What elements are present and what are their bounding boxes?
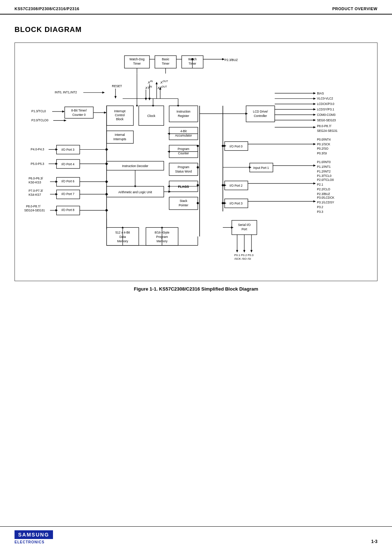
- svg-marker-20: [102, 92, 105, 94]
- svg-point-244: [197, 184, 199, 186]
- page-footer: SAMSUNG ELECTRONICS 1-3: [0, 526, 392, 544]
- svg-text:Serial I/O: Serial I/O: [238, 223, 251, 227]
- svg-text:Control: Control: [115, 113, 125, 117]
- svg-marker-171: [313, 165, 316, 167]
- svg-text:Counter: Counter: [178, 151, 189, 155]
- svg-text:Interrupt: Interrupt: [114, 109, 126, 113]
- svg-point-245: [197, 202, 199, 204]
- svg-text:X: X: [160, 80, 163, 84]
- svg-marker-148: [313, 108, 316, 110]
- svg-text:/SCK   /SO    /SI: /SCK /SO /SI: [234, 257, 251, 260]
- svg-text:LCDCK/P3.0: LCDCK/P3.0: [317, 102, 334, 106]
- svg-text:IN: IN: [150, 85, 152, 88]
- svg-point-243: [197, 166, 199, 169]
- header-right: PRODUCT OVERVIEW: [332, 7, 377, 11]
- samsung-logo: SAMSUNG ELECTRONICS: [15, 530, 53, 544]
- svg-text:P0.0/INT4: P0.0/INT4: [317, 138, 331, 141]
- svg-text:Port: Port: [241, 227, 247, 231]
- svg-text:P3.3: P3.3: [317, 210, 323, 214]
- svg-text:I/O Port 2: I/O Port 2: [230, 184, 243, 187]
- svg-text:P3.0/LCDCK: P3.0/LCDCK: [317, 196, 334, 200]
- svg-text:COM0-COM3: COM0-COM3: [317, 113, 335, 117]
- svg-marker-63: [136, 105, 138, 107]
- svg-text:Interrupts: Interrupts: [113, 137, 126, 141]
- svg-text:P0.1/SCK: P0.1/SCK: [317, 142, 330, 146]
- svg-point-237: [106, 149, 108, 151]
- svg-text:I/O Port 6: I/O Port 6: [61, 179, 74, 183]
- svg-text:P2.0/TCLO0: P2.0/TCLO0: [317, 178, 334, 182]
- svg-point-240: [106, 193, 108, 195]
- svg-text:Program: Program: [177, 165, 189, 169]
- svg-marker-158: [313, 126, 316, 128]
- diagram-container: Watch-Dog Timer Basic Timer Watch Timer …: [15, 42, 377, 281]
- svg-text:P0.3/SI: P0.3/SI: [317, 151, 327, 155]
- svg-text:P1.3/TCL0: P1.3/TCL0: [317, 174, 331, 178]
- svg-text:SEG24-SEG31: SEG24-SEG31: [317, 129, 338, 133]
- svg-text:I/O Port 3: I/O Port 3: [61, 148, 74, 151]
- svg-text:P0.2/SO: P0.2/SO: [317, 147, 328, 150]
- svg-text:VLC0-VLC2: VLC0-VLC2: [317, 97, 333, 100]
- svg-text:FLAGS: FLAGS: [178, 185, 189, 189]
- svg-marker-198: [243, 250, 245, 252]
- svg-text:INT0, INT1,INT2: INT0, INT1,INT2: [55, 90, 77, 94]
- svg-text:Block: Block: [116, 117, 124, 121]
- svg-point-238: [106, 163, 108, 165]
- svg-text:Instruction Decoder: Instruction Decoder: [122, 164, 148, 168]
- svg-marker-187: [313, 200, 316, 202]
- svg-marker-219: [167, 133, 170, 135]
- svg-point-241: [106, 209, 108, 211]
- svg-point-246: [222, 145, 224, 147]
- header-left: KS57C2308/P2308/C2316/P2316: [15, 7, 79, 11]
- svg-text:P8.0-P8.7/: P8.0-P8.7/: [26, 204, 41, 208]
- svg-marker-200: [250, 250, 253, 252]
- svg-text:Stack: Stack: [180, 199, 188, 203]
- svg-text:8-Bit Timer/: 8-Bit Timer/: [71, 109, 87, 112]
- svg-text:Arithmetic and Logic Unit: Arithmetic and Logic Unit: [118, 190, 152, 194]
- svg-text:P1.1/INT1: P1.1/INT1: [317, 165, 331, 169]
- svg-marker-163: [313, 143, 316, 145]
- svg-text:P1.2/INT2: P1.2/INT2: [317, 170, 331, 173]
- svg-text:P2.3/BUZ: P2.3/BUZ: [317, 192, 330, 196]
- svg-text:SEG24-SEG31: SEG24-SEG31: [24, 208, 45, 212]
- svg-text:P8.0-P8.7/: P8.0-P8.7/: [317, 124, 331, 128]
- samsung-electronics: ELECTRONICS: [15, 540, 45, 544]
- svg-marker-151: [313, 114, 316, 116]
- svg-marker-196: [236, 250, 238, 252]
- page-header: KS57C2308/P2308/C2316/P2316 PRODUCT OVER…: [0, 0, 392, 15]
- svg-text:I/O Port 7: I/O Port 7: [61, 192, 74, 196]
- svg-marker-154: [313, 119, 316, 121]
- samsung-logo-text: SAMSUNG: [15, 530, 53, 539]
- svg-text:Clock: Clock: [147, 114, 156, 118]
- svg-text:Register: Register: [178, 114, 189, 118]
- figure-caption: Figure 1-1. KS57C2308/C2316 Simplified B…: [15, 286, 377, 292]
- svg-text:P2.1: P2.1: [317, 183, 323, 186]
- svg-point-247: [222, 184, 224, 186]
- svg-text:Watch-Dog: Watch-Dog: [130, 57, 145, 61]
- svg-marker-11: [222, 58, 225, 60]
- svg-text:Timer: Timer: [133, 62, 141, 65]
- svg-text:Instruction: Instruction: [176, 110, 191, 113]
- svg-text:I/O Port 8: I/O Port 8: [61, 208, 74, 212]
- svg-text:LCD Drive/: LCD Drive/: [253, 110, 268, 113]
- svg-text:P0.1   P0.2   P0.3: P0.1 P0.2 P0.3: [234, 254, 254, 257]
- svg-marker-37: [145, 98, 147, 101]
- svg-point-242: [197, 145, 199, 147]
- svg-point-248: [222, 202, 224, 204]
- page-content: BLOCK DIAGRAM Watch-Dog Timer Basic Time…: [0, 15, 392, 306]
- svg-marker-236: [167, 185, 170, 187]
- svg-text:OUT: OUT: [163, 80, 168, 82]
- svg-text:Internal: Internal: [115, 133, 125, 137]
- svg-text:I/O Port 3: I/O Port 3: [230, 202, 243, 205]
- svg-text:Basic: Basic: [162, 57, 169, 61]
- svg-text:I/O Port  0: I/O Port 0: [230, 145, 243, 148]
- svg-text:P4.0-P4.3: P4.0-P4.3: [31, 147, 45, 151]
- svg-text:BIAS: BIAS: [317, 92, 324, 95]
- svg-text:LCDSY/P3.1: LCDSY/P3.1: [317, 108, 334, 111]
- svg-text:I/O Port 4: I/O Port 4: [61, 162, 74, 166]
- svg-text:X: X: [147, 80, 150, 84]
- svg-text:Controller: Controller: [254, 114, 267, 118]
- svg-text:P2.0/TCLO0: P2.0/TCLO0: [32, 118, 49, 122]
- svg-marker-23: [114, 96, 117, 99]
- svg-marker-48: [64, 119, 66, 122]
- svg-marker-139: [313, 92, 316, 94]
